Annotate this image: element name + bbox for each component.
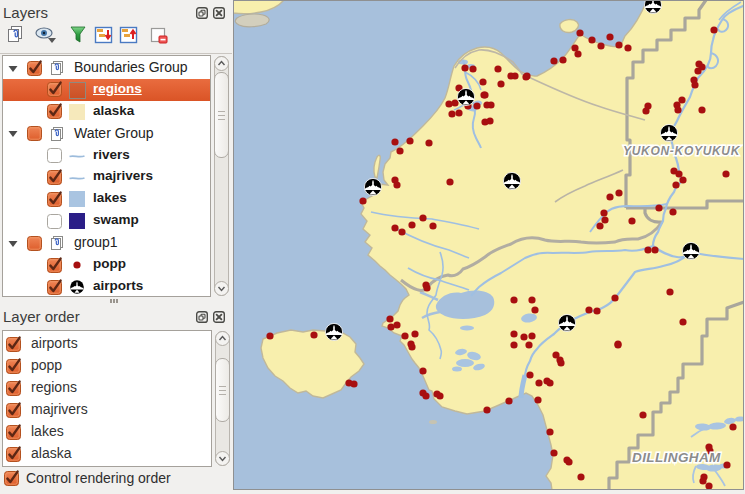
svg-text:DILLINGHAM: DILLINGHAM <box>632 450 721 465</box>
svg-text:YUKON-KOYUKUK: YUKON-KOYUKUK <box>623 144 741 158</box>
